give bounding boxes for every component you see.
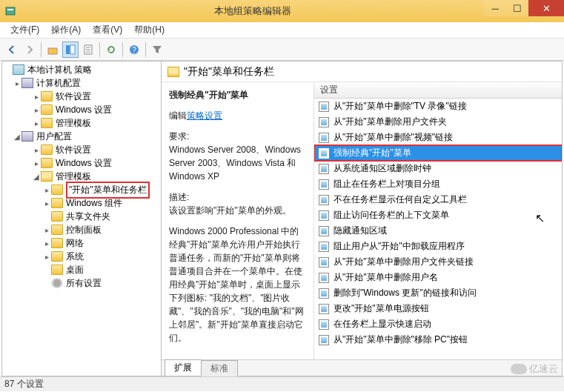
tree-root[interactable]: 本地计算机 策略 [2,63,161,76]
caret-icon[interactable]: ▸ [42,186,51,194]
list-row[interactable]: 删除到"Windows 更新"的链接和访问 [314,285,562,301]
tree-label: 桌面 [66,264,84,276]
menu-bar: 文件(F) 操作(A) 查看(V) 帮助(H) [0,22,564,39]
menu-help[interactable]: 帮助(H) [128,22,170,38]
caret-icon[interactable]: ▸ [32,159,41,167]
list-item-label: 从系统通知区域删除时钟 [334,162,431,175]
list-row[interactable]: 从系统通知区域删除时钟 [314,161,562,176]
tree-label: 计算机配置 [36,77,81,90]
list-row[interactable]: 从"开始"菜单中删除用户名 [314,270,562,285]
tree-label: 控制面板 [66,224,102,236]
folder-icon [41,158,53,168]
export-button[interactable] [80,41,96,58]
tree-label: 用户配置 [36,130,72,143]
list-row[interactable]: 阻止用户从"开始"中卸载应用程序 [314,239,562,254]
tree-computer-config[interactable]: ▸ 计算机配置 [2,76,161,90]
list-row[interactable]: 在任务栏上显示快速启动 [314,316,562,332]
app-icon [4,5,16,17]
caret-icon[interactable]: ▸ [32,146,41,154]
tree-label: 本地计算机 策略 [27,64,92,76]
toolbar-separator [41,42,42,57]
menu-file[interactable]: 文件(F) [4,22,45,38]
tree-label: 管理模板 [56,117,91,130]
folder-icon [51,238,63,248]
tree-item[interactable]: ▸ 软件设置 [2,90,161,103]
tree-item[interactable]: ▸ 控制面板 [2,223,161,236]
forward-button[interactable] [21,41,38,58]
list-row[interactable]: 更改"开始"菜单电源按钮 [314,301,562,316]
svg-rect-1 [7,9,13,10]
list-item-label: 阻止在任务栏上对项目分组 [334,178,440,190]
folder-icon [51,211,63,222]
tree-item[interactable]: ▸ 软件设置 [2,143,161,156]
caret-icon[interactable]: ▸ [42,199,51,207]
filter-button[interactable] [149,41,165,58]
tree-all-settings[interactable]: 所有设置 [2,276,161,290]
tree-item[interactable]: ▸ 管理模板 [2,116,161,130]
up-button[interactable] [44,41,61,58]
tree-label: Windows 设置 [56,104,112,116]
folder-icon [51,251,63,262]
list-row[interactable]: 从"开始"菜单中删除"视频"链接 [314,130,562,145]
caret-icon[interactable]: ▸ [32,106,41,114]
back-button[interactable] [4,41,20,58]
root-icon [13,64,24,75]
folder-icon [51,225,63,235]
list-item-label: 不在任务栏显示任何自定义工具栏 [334,193,467,206]
tab-extended[interactable]: 扩展 [165,359,202,376]
list-scroll-area[interactable]: 从"开始"菜单中删除"TV 录像"链接从"开始"菜单删除用户文件夹从"开始"菜单… [314,99,562,359]
menu-action[interactable]: 操作(A) [45,22,87,38]
policy-icon [319,210,329,221]
refresh-button[interactable] [103,41,119,58]
tree-item[interactable]: ▸ Windows 组件 [2,196,161,210]
list-row[interactable]: 隐藏通知区域 [314,223,562,239]
list-row[interactable]: 从"开始"菜单中删除"TV 录像"链接 [314,99,562,114]
column-header-setting[interactable]: 设置 [314,82,562,99]
tree-label: 共享文件夹 [66,210,110,223]
caret-icon[interactable]: ▸ [42,239,51,248]
caret-icon[interactable]: ◢ [32,173,41,181]
list-row[interactable]: 阻止访问任务栏的上下文菜单 [314,207,562,223]
list-row[interactable]: 从"开始"菜单中删除"移除 PC"按钮 [314,332,562,348]
tree-panel[interactable]: 本地计算机 策略 ▸ 计算机配置 ▸ 软件设置 ▸ Windows 设置 ▸ 管… [2,62,162,376]
caret-icon[interactable]: ▸ [42,226,51,234]
caret-icon[interactable]: ◢ [13,133,21,141]
tree-item[interactable]: ▸ Windows 设置 [2,156,161,170]
caret-icon[interactable]: ▸ [32,93,41,101]
tree-user-config[interactable]: ◢ 用户配置 [2,130,161,143]
list-row[interactable]: 不在任务栏显示任何自定义工具栏 [314,192,562,207]
tree-item[interactable]: ▸ Windows 设置 [2,103,161,116]
details-heading: "开始"菜单和任务栏 [184,65,274,79]
edit-policy-link[interactable]: 策略设置 [187,110,222,121]
folder-icon [51,198,63,208]
tab-standard[interactable]: 标准 [201,360,238,376]
list-row[interactable]: 从"开始"菜单中删除用户文件夹链接 [314,254,562,270]
minimize-button[interactable]: ─ [484,0,506,16]
tree-item[interactable]: 共享文件夹 [2,210,161,223]
details-panel: "开始"菜单和任务栏 强制经典"开始"菜单 编辑策略设置 要求: Windows… [162,62,562,376]
policy-icon [319,164,329,174]
policy-icon [319,117,329,127]
tree-item[interactable]: ▸ 网络 [2,236,161,250]
policy-icon [319,319,329,330]
caret-icon[interactable]: ▸ [42,253,51,261]
maximize-button[interactable]: ☐ [506,0,528,16]
caret-icon[interactable]: ▸ [32,119,41,127]
list-row[interactable]: 强制经典"开始"菜单 [314,145,562,161]
folder-icon [51,185,63,195]
gear-icon [51,278,63,288]
tree-label: 软件设置 [56,90,91,103]
tree-start-taskbar[interactable]: ▸ "开始"菜单和任务栏 [2,183,161,196]
policy-icon [319,148,329,159]
close-button[interactable]: ✕ [528,0,564,16]
tree-item[interactable]: 桌面 [2,263,161,276]
show-hide-tree-button[interactable] [62,41,79,58]
tree-item[interactable]: ▸ 系统 [2,250,161,263]
policy-icon [319,242,329,252]
list-row[interactable]: 从"开始"菜单删除用户文件夹 [314,114,562,130]
list-row[interactable]: 阻止在任务栏上对项目分组 [314,176,562,192]
menu-view[interactable]: 查看(V) [87,22,128,38]
caret-icon[interactable]: ▸ [13,79,21,87]
edit-policy-line: 编辑策略设置 [169,109,306,122]
help-button[interactable]: ? [126,41,142,58]
